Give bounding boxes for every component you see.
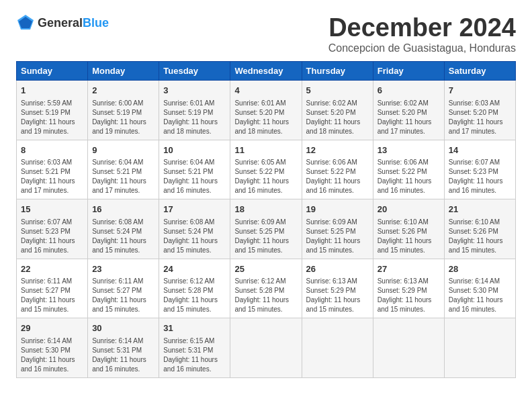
day-info: Sunrise: 6:15 AMSunset: 5:31 PMDaylight:… bbox=[163, 336, 226, 374]
logo-general: General bbox=[38, 16, 83, 30]
calendar-week-row: 1Sunrise: 5:59 AMSunset: 5:19 PMDaylight… bbox=[17, 81, 516, 140]
day-info: Sunrise: 6:08 AMSunset: 5:24 PMDaylight:… bbox=[92, 218, 154, 255]
calendar-cell bbox=[373, 318, 444, 378]
day-info: Sunrise: 6:11 AMSunset: 5:27 PMDaylight:… bbox=[92, 277, 154, 314]
day-number: 3 bbox=[163, 84, 226, 97]
day-number: 2 bbox=[92, 84, 154, 97]
calendar-cell: 21Sunrise: 6:10 AMSunset: 5:26 PMDayligh… bbox=[444, 199, 515, 259]
calendar-cell: 16Sunrise: 6:08 AMSunset: 5:24 PMDayligh… bbox=[88, 199, 159, 259]
day-info: Sunrise: 6:01 AMSunset: 5:20 PMDaylight:… bbox=[234, 99, 297, 136]
day-info: Sunrise: 6:14 AMSunset: 5:30 PMDaylight:… bbox=[449, 277, 511, 314]
calendar-cell: 6Sunrise: 6:02 AMSunset: 5:20 PMDaylight… bbox=[373, 81, 444, 140]
calendar-cell: 1Sunrise: 5:59 AMSunset: 5:19 PMDaylight… bbox=[17, 81, 88, 140]
logo: GeneralBlue bbox=[16, 13, 109, 32]
logo-blue: Blue bbox=[83, 16, 109, 30]
calendar-cell: 9Sunrise: 6:04 AMSunset: 5:21 PMDaylight… bbox=[88, 140, 159, 199]
calendar-week-row: 29Sunrise: 6:14 AMSunset: 5:30 PMDayligh… bbox=[17, 318, 516, 378]
calendar-header-row: Sunday Monday Tuesday Wednesday Thursday… bbox=[17, 62, 516, 81]
calendar-cell: 12Sunrise: 6:06 AMSunset: 5:22 PMDayligh… bbox=[302, 140, 373, 199]
calendar-week-row: 22Sunrise: 6:11 AMSunset: 5:27 PMDayligh… bbox=[17, 259, 516, 318]
calendar-cell: 7Sunrise: 6:03 AMSunset: 5:20 PMDaylight… bbox=[444, 81, 515, 140]
day-number: 31 bbox=[163, 322, 226, 335]
calendar-cell: 28Sunrise: 6:14 AMSunset: 5:30 PMDayligh… bbox=[444, 259, 515, 318]
calendar-cell: 26Sunrise: 6:13 AMSunset: 5:29 PMDayligh… bbox=[302, 259, 373, 318]
header-thursday: Thursday bbox=[302, 62, 373, 81]
day-info: Sunrise: 5:59 AMSunset: 5:19 PMDaylight:… bbox=[21, 99, 83, 136]
calendar-cell bbox=[230, 318, 302, 378]
day-info: Sunrise: 6:06 AMSunset: 5:22 PMDaylight:… bbox=[306, 158, 369, 195]
day-number: 29 bbox=[21, 322, 83, 335]
day-info: Sunrise: 6:03 AMSunset: 5:21 PMDaylight:… bbox=[21, 158, 83, 195]
day-number: 7 bbox=[449, 84, 511, 97]
day-number: 27 bbox=[378, 263, 440, 276]
day-number: 25 bbox=[234, 263, 297, 276]
calendar-week-row: 8Sunrise: 6:03 AMSunset: 5:21 PMDaylight… bbox=[17, 140, 516, 199]
day-number: 14 bbox=[449, 144, 511, 157]
header-friday: Friday bbox=[373, 62, 444, 81]
day-info: Sunrise: 6:14 AMSunset: 5:30 PMDaylight:… bbox=[21, 336, 83, 374]
day-number: 8 bbox=[21, 144, 83, 157]
header-sunday: Sunday bbox=[17, 62, 88, 81]
day-number: 5 bbox=[306, 84, 369, 97]
day-info: Sunrise: 6:09 AMSunset: 5:25 PMDaylight:… bbox=[234, 218, 297, 255]
calendar-cell: 31Sunrise: 6:15 AMSunset: 5:31 PMDayligh… bbox=[159, 318, 230, 378]
calendar-table: Sunday Monday Tuesday Wednesday Thursday… bbox=[16, 61, 516, 378]
calendar-cell: 25Sunrise: 6:12 AMSunset: 5:28 PMDayligh… bbox=[230, 259, 302, 318]
calendar-cell: 5Sunrise: 6:02 AMSunset: 5:20 PMDaylight… bbox=[302, 81, 373, 140]
day-info: Sunrise: 6:12 AMSunset: 5:28 PMDaylight:… bbox=[234, 277, 297, 314]
day-info: Sunrise: 6:02 AMSunset: 5:20 PMDaylight:… bbox=[306, 99, 369, 136]
calendar-cell: 8Sunrise: 6:03 AMSunset: 5:21 PMDaylight… bbox=[17, 140, 88, 199]
day-info: Sunrise: 6:12 AMSunset: 5:28 PMDaylight:… bbox=[163, 277, 226, 314]
day-number: 30 bbox=[92, 322, 154, 335]
calendar-week-row: 15Sunrise: 6:07 AMSunset: 5:23 PMDayligh… bbox=[17, 199, 516, 259]
logo-icon bbox=[16, 13, 35, 32]
calendar-cell: 3Sunrise: 6:01 AMSunset: 5:19 PMDaylight… bbox=[159, 81, 230, 140]
day-number: 6 bbox=[378, 84, 440, 97]
calendar-cell bbox=[302, 318, 373, 378]
day-number: 11 bbox=[234, 144, 297, 157]
calendar-cell: 20Sunrise: 6:10 AMSunset: 5:26 PMDayligh… bbox=[373, 199, 444, 259]
header-saturday: Saturday bbox=[444, 62, 515, 81]
day-info: Sunrise: 6:07 AMSunset: 5:23 PMDaylight:… bbox=[21, 218, 83, 255]
calendar-cell: 18Sunrise: 6:09 AMSunset: 5:25 PMDayligh… bbox=[230, 199, 302, 259]
day-info: Sunrise: 6:13 AMSunset: 5:29 PMDaylight:… bbox=[306, 277, 369, 314]
calendar-cell: 2Sunrise: 6:00 AMSunset: 5:19 PMDaylight… bbox=[88, 81, 159, 140]
day-info: Sunrise: 6:01 AMSunset: 5:19 PMDaylight:… bbox=[163, 99, 226, 136]
day-info: Sunrise: 6:07 AMSunset: 5:23 PMDaylight:… bbox=[449, 158, 511, 195]
calendar-cell: 29Sunrise: 6:14 AMSunset: 5:30 PMDayligh… bbox=[17, 318, 88, 378]
calendar-cell: 17Sunrise: 6:08 AMSunset: 5:24 PMDayligh… bbox=[159, 199, 230, 259]
day-number: 12 bbox=[306, 144, 369, 157]
calendar-cell: 19Sunrise: 6:09 AMSunset: 5:25 PMDayligh… bbox=[302, 199, 373, 259]
day-info: Sunrise: 6:04 AMSunset: 5:21 PMDaylight:… bbox=[163, 158, 226, 195]
day-number: 28 bbox=[449, 263, 511, 276]
calendar-cell: 24Sunrise: 6:12 AMSunset: 5:28 PMDayligh… bbox=[159, 259, 230, 318]
day-number: 24 bbox=[163, 263, 226, 276]
calendar-cell: 23Sunrise: 6:11 AMSunset: 5:27 PMDayligh… bbox=[88, 259, 159, 318]
day-info: Sunrise: 6:10 AMSunset: 5:26 PMDaylight:… bbox=[378, 218, 440, 255]
day-info: Sunrise: 6:02 AMSunset: 5:20 PMDaylight:… bbox=[378, 99, 440, 136]
day-number: 19 bbox=[306, 203, 369, 216]
day-info: Sunrise: 6:14 AMSunset: 5:31 PMDaylight:… bbox=[92, 336, 154, 374]
day-number: 21 bbox=[449, 203, 511, 216]
day-number: 17 bbox=[163, 203, 226, 216]
header-monday: Monday bbox=[88, 62, 159, 81]
day-number: 10 bbox=[163, 144, 226, 157]
day-info: Sunrise: 6:11 AMSunset: 5:27 PMDaylight:… bbox=[21, 277, 83, 314]
day-number: 4 bbox=[234, 84, 297, 97]
day-number: 13 bbox=[378, 144, 440, 157]
day-number: 15 bbox=[21, 203, 83, 216]
calendar-cell: 14Sunrise: 6:07 AMSunset: 5:23 PMDayligh… bbox=[444, 140, 515, 199]
day-info: Sunrise: 6:13 AMSunset: 5:29 PMDaylight:… bbox=[378, 277, 440, 314]
calendar-cell: 4Sunrise: 6:01 AMSunset: 5:20 PMDaylight… bbox=[230, 81, 302, 140]
title-section: December 2024 Concepcion de Guasistagua,… bbox=[328, 13, 516, 54]
location-subtitle: Concepcion de Guasistagua, Honduras bbox=[328, 42, 516, 54]
month-title: December 2024 bbox=[328, 13, 516, 42]
calendar-cell: 10Sunrise: 6:04 AMSunset: 5:21 PMDayligh… bbox=[159, 140, 230, 199]
day-number: 22 bbox=[21, 263, 83, 276]
day-info: Sunrise: 6:10 AMSunset: 5:26 PMDaylight:… bbox=[449, 218, 511, 255]
day-number: 18 bbox=[234, 203, 297, 216]
page-header: GeneralBlue December 2024 Concepcion de … bbox=[16, 13, 516, 54]
calendar-cell: 22Sunrise: 6:11 AMSunset: 5:27 PMDayligh… bbox=[17, 259, 88, 318]
day-info: Sunrise: 6:04 AMSunset: 5:21 PMDaylight:… bbox=[92, 158, 154, 195]
day-number: 9 bbox=[92, 144, 154, 157]
